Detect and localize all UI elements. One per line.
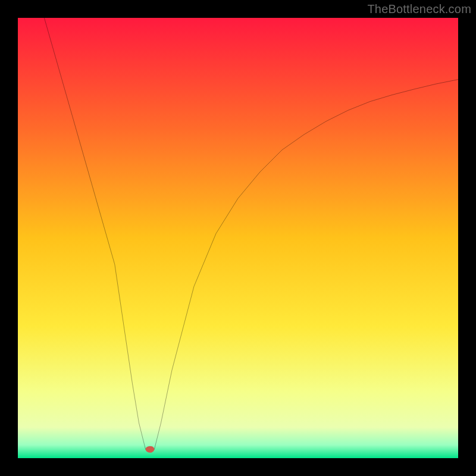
bottleneck-chart xyxy=(18,18,458,458)
chart-frame: TheBottleneck.com xyxy=(0,0,476,476)
optimum-marker xyxy=(146,446,155,453)
watermark-text: TheBottleneck.com xyxy=(367,2,471,16)
chart-background xyxy=(18,18,458,458)
